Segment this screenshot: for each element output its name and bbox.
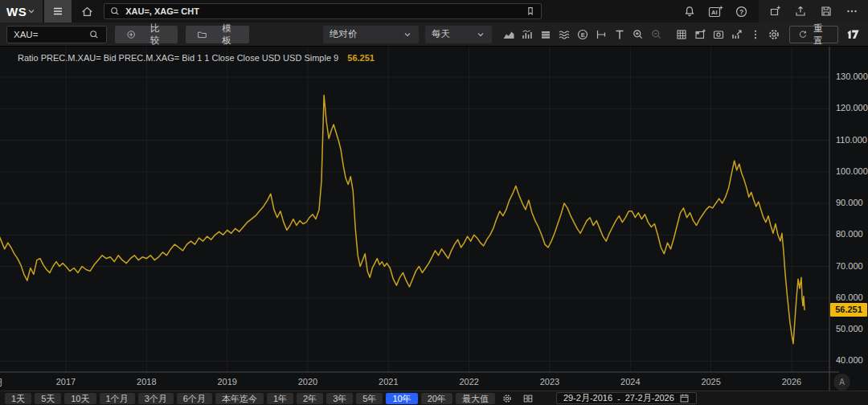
search-value: XAU=, XAG= CHT: [125, 6, 525, 16]
x-axis-label: 2018: [130, 377, 162, 387]
reset-button[interactable]: 重置: [789, 26, 838, 43]
help-button[interactable]: ?: [728, 0, 754, 22]
x-axis-label: 2026: [776, 377, 808, 387]
new-window-icon: [768, 5, 781, 18]
x-axis-label: 2017: [50, 377, 82, 387]
layout-add-button[interactable]: [691, 25, 710, 44]
y-axis-label: 90.000: [836, 198, 863, 207]
compare-button[interactable]: 比较: [115, 26, 178, 43]
zoom-in-button[interactable]: [629, 25, 648, 44]
series-legend[interactable]: Ratio PREC.M.XAU= Bid PREC.M.XAG= Bid 1 …: [18, 53, 375, 63]
range-button-12[interactable]: 20年: [421, 393, 452, 404]
range-button-3[interactable]: 1个月: [100, 393, 135, 404]
zoom-out-icon: [650, 28, 663, 41]
bar-stats-icon: [521, 28, 534, 41]
template-button[interactable]: 模板: [186, 26, 249, 43]
ai-assistant-button[interactable]: AI: [702, 0, 728, 22]
chart-export-button[interactable]: [728, 25, 747, 44]
compare-periods-button[interactable]: [519, 392, 537, 405]
save-icon: [820, 5, 833, 18]
range-button-10[interactable]: 5年: [356, 393, 383, 404]
gear-icon: [768, 28, 780, 41]
ai-icon: AI: [708, 5, 723, 18]
chart-tools-strip: E: [500, 25, 765, 44]
tradingview-logo[interactable]: [846, 28, 862, 40]
date-range-picker[interactable]: 29-2月-2016 - 27-2月-2026: [556, 392, 697, 404]
date-to: 27-2月-2026: [625, 392, 674, 404]
x-axis-label: 2019: [211, 377, 244, 387]
chart-stats-button[interactable]: [518, 25, 537, 44]
range-button-8[interactable]: 2年: [297, 393, 323, 404]
y-axis-label: 60.000: [836, 292, 863, 302]
range-button-1[interactable]: 5天: [35, 393, 61, 404]
autoscale-toggle[interactable]: A: [833, 374, 850, 391]
app-logo: WS: [6, 5, 27, 18]
more-tools-button[interactable]: [747, 25, 765, 44]
more-dots-icon: [845, 5, 858, 18]
add-circle-icon: [126, 29, 136, 40]
range-settings-button[interactable]: [498, 392, 516, 405]
interval-value: 每天: [432, 28, 475, 40]
y-axis-label: 80.000: [836, 229, 863, 239]
save-button[interactable]: [813, 0, 839, 22]
symbol-input[interactable]: XAU=: [6, 26, 107, 43]
text-tool-button[interactable]: [611, 25, 629, 44]
range-button-5[interactable]: 6个月: [177, 393, 212, 404]
home-icon: [80, 5, 94, 18]
x-axis-label: 2022: [453, 377, 485, 387]
home-button[interactable]: [73, 0, 100, 22]
zoom-in-icon: [632, 28, 645, 41]
measure-icon: [595, 28, 608, 41]
workspace-menu-button[interactable]: WS: [0, 0, 43, 22]
notifications-button[interactable]: [677, 0, 702, 22]
y-axis-label: 100.000: [836, 166, 868, 176]
snapshot-button[interactable]: [710, 25, 728, 44]
y-axis-label: 130.000: [836, 72, 868, 81]
zoom-out-button[interactable]: [648, 25, 666, 44]
x-axis-label: 2023: [534, 377, 566, 387]
y-axis-label: 50.000: [836, 324, 863, 333]
y-axis-label: 120.000: [836, 103, 868, 112]
template-label: 模板: [222, 22, 238, 47]
range-button-7[interactable]: 1年: [267, 393, 293, 404]
price-mode-select[interactable]: 绝对价: [323, 26, 419, 43]
range-button-6[interactable]: 本年迄今: [215, 393, 264, 404]
rows-view-button[interactable]: [537, 25, 555, 44]
measure-tool-button[interactable]: [592, 25, 611, 44]
range-button-0[interactable]: 1天: [5, 393, 31, 404]
chart-plot-area[interactable]: [0, 47, 868, 391]
x-axis-label: 2020: [292, 377, 324, 387]
y-axis-label: 70.000: [836, 261, 863, 271]
reset-icon: [798, 29, 808, 40]
topbar-right-icons: AI ?: [677, 0, 868, 22]
global-search-input[interactable]: XAU=, XAG= CHT: [104, 3, 542, 19]
range-button-4[interactable]: 3个月: [138, 393, 174, 404]
range-button-2[interactable]: 10天: [64, 393, 96, 404]
range-button-13[interactable]: 最大值: [456, 393, 495, 404]
kebab-icon: [749, 28, 762, 41]
main-menu-button[interactable]: [44, 0, 72, 22]
more-options-button[interactable]: [839, 0, 865, 22]
date-from: 29-2月-2016: [563, 392, 612, 404]
price-mode-value: 绝对价: [330, 28, 403, 40]
chart-export-icon: [731, 28, 743, 41]
area-chart-icon: [502, 28, 515, 41]
interval-select[interactable]: 每天: [425, 26, 491, 43]
search-icon: [88, 29, 100, 40]
symbol-value: XAU=: [14, 30, 88, 39]
range-button-11[interactable]: 10年: [386, 393, 417, 404]
x-axis-label: 2024: [614, 377, 646, 387]
search-icon: [109, 6, 121, 17]
data-table-button[interactable]: [673, 25, 691, 44]
waves-indicator-button[interactable]: [555, 25, 574, 44]
events-button[interactable]: E: [574, 25, 592, 44]
export-button[interactable]: [788, 0, 813, 22]
chart-style-button[interactable]: [500, 25, 518, 44]
x-axis-label: 2021: [372, 377, 404, 387]
bookmark-icon[interactable]: [525, 6, 536, 17]
range-button-9[interactable]: 3年: [326, 393, 353, 404]
last-price-badge: 56.251: [830, 303, 867, 317]
waves-icon: [558, 28, 571, 41]
chart-settings-button[interactable]: [765, 28, 784, 41]
new-window-button[interactable]: [762, 0, 788, 22]
